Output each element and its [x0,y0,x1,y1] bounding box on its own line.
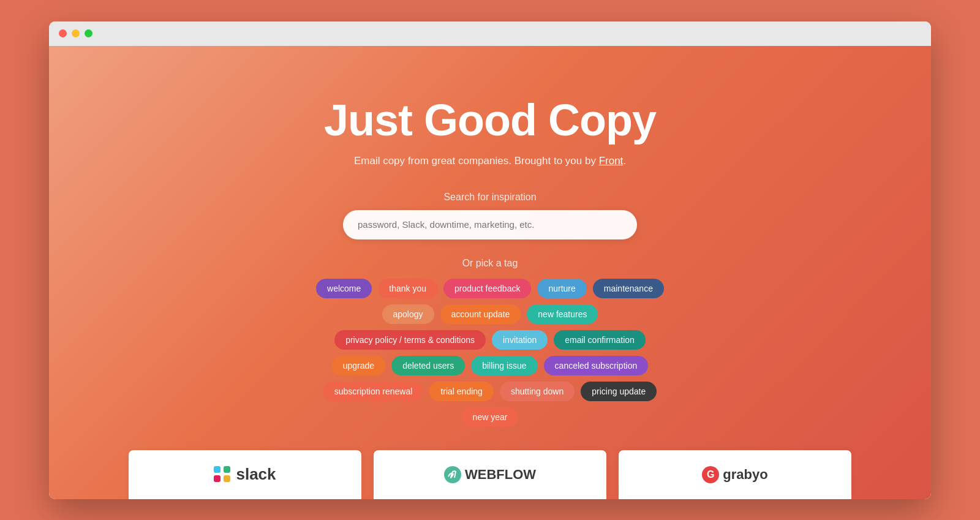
tag-shutting-down[interactable]: shutting down [500,382,575,401]
tag-invitation[interactable]: invitation [492,330,548,350]
tags-row-4: upgrade deleted users billing issue canc… [332,356,648,375]
grabyo-card[interactable]: G grabyo [619,450,851,499]
grabyo-label: grabyo [723,467,767,483]
tag-nurture[interactable]: nurture [537,279,586,298]
tags-row-3: privacy policy / terms & conditions invi… [334,330,646,350]
tag-new-year[interactable]: new year [462,407,519,427]
browser-window: Just Good Copy Email copy from great com… [49,21,931,499]
close-button[interactable] [59,29,67,37]
subtitle: Email copy from great companies. Brought… [354,155,626,167]
tag-pricing-update[interactable]: pricing update [581,382,657,401]
company-cards-section: slack WEBFLOW G grabyo [49,450,931,499]
minimize-button[interactable] [72,29,80,37]
grabyo-logo: G grabyo [702,466,767,483]
tag-subscription-renewal[interactable]: subscription renewal [323,382,424,401]
slack-logo: slack [214,465,276,484]
tag-privacy-policy[interactable]: privacy policy / terms & conditions [334,330,486,350]
tags-row-6: new year [462,407,519,427]
search-label: Search for inspiration [443,192,536,203]
tag-product-feedback[interactable]: product feedback [443,279,531,298]
tags-label: Or pick a tag [462,258,518,269]
tags-section: Or pick a tag welcome thank you product … [49,258,931,427]
tag-maintenance[interactable]: maintenance [593,279,664,298]
tag-thank-you[interactable]: thank you [378,279,437,298]
front-link[interactable]: Front [599,155,624,167]
tag-new-features[interactable]: new features [527,304,598,324]
webflow-card[interactable]: WEBFLOW [374,450,606,499]
tag-welcome[interactable]: welcome [316,279,372,298]
maximize-button[interactable] [85,29,92,37]
page-content: Just Good Copy Email copy from great com… [49,46,931,499]
tag-trial-ending[interactable]: trial ending [429,382,494,401]
browser-chrome [49,21,931,46]
subtitle-end: . [623,155,626,167]
slack-dot-4 [224,475,230,482]
webflow-logo: WEBFLOW [444,466,536,483]
slack-dot-2 [224,466,230,473]
tag-canceled-subscription[interactable]: canceled subscription [544,356,649,375]
tags-row-1: welcome thank you product feedback nurtu… [316,279,664,298]
search-section: Search for inspiration [49,192,931,239]
tag-deleted-users[interactable]: deleted users [391,356,465,375]
slack-dot-3 [214,475,221,482]
webflow-label: WEBFLOW [465,467,536,483]
grabyo-icon: G [702,466,719,483]
tag-apology[interactable]: apology [382,304,434,324]
subtitle-text: Email copy from great companies. Brought… [354,155,599,167]
slack-icon [214,466,231,483]
tags-row-2: apology account update new features [382,304,598,324]
tag-email-confirmation[interactable]: email confirmation [554,330,646,350]
tag-billing-issue[interactable]: billing issue [471,356,537,375]
webflow-icon [444,466,461,483]
slack-label: slack [236,465,276,484]
search-input[interactable] [343,210,637,239]
tag-upgrade[interactable]: upgrade [332,356,385,375]
tag-account-update[interactable]: account update [440,304,521,324]
page-title: Just Good Copy [324,95,656,145]
slack-card[interactable]: slack [129,450,361,499]
hero-section: Just Good Copy Email copy from great com… [49,46,931,427]
tags-row-5: subscription renewal trial ending shutti… [323,382,657,401]
slack-dot-1 [214,466,221,473]
